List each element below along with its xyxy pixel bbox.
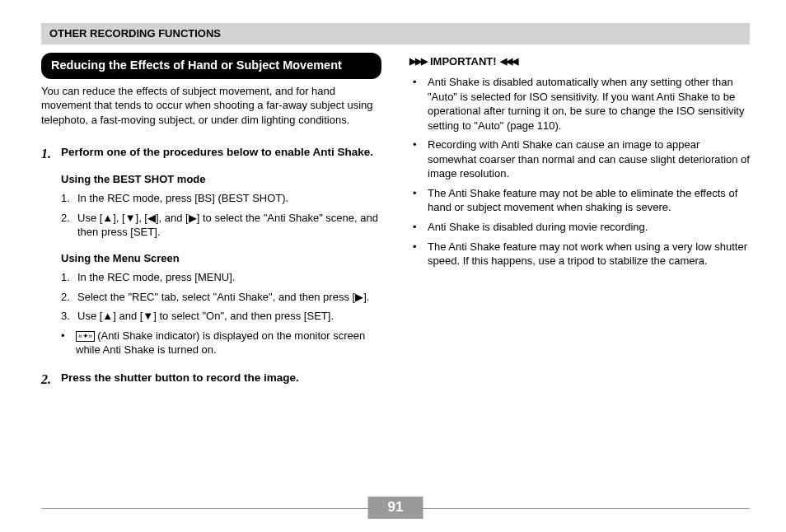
- bullet-icon: •: [413, 138, 421, 181]
- list-number: 2.: [61, 290, 73, 305]
- step-1-heading: Perform one of the procedures below to e…: [61, 145, 381, 160]
- list-item: 2. Use [▲], [▼], [◀], and [▶] to select …: [61, 211, 381, 240]
- important-heading: ▶▶▶ IMPORTANT! ◀◀◀: [409, 54, 750, 69]
- important-item-text: Anti Shake is disabled automatically whe…: [428, 75, 750, 133]
- list-text: In the REC mode, press [BS] (BEST SHOT).: [77, 191, 288, 206]
- best-shot-heading: Using the BEST SHOT mode: [61, 172, 381, 187]
- step-1: 1. Perform one of the procedures below t…: [41, 145, 381, 357]
- step-2: 2. Press the shutter button to record th…: [41, 371, 381, 389]
- page-footer: 91: [41, 508, 750, 509]
- list-item: • Anti Shake is disabled automatically w…: [413, 75, 750, 133]
- indicator-note-text: «✦» (Anti Shake indicator) is displayed …: [76, 329, 381, 357]
- bullet-icon: •: [61, 329, 69, 357]
- list-item: • The Anti Shake feature may not be able…: [413, 186, 750, 215]
- list-number: 2.: [61, 211, 73, 240]
- list-text: Select the "REC" tab, select "Anti Shake…: [77, 290, 369, 305]
- list-number: 1.: [61, 191, 73, 206]
- list-number: 3.: [61, 309, 73, 324]
- list-item: • Anti Shake is disabled during movie re…: [413, 220, 750, 235]
- section-title: Reducing the Effects of Hand or Subject …: [41, 53, 381, 79]
- important-item-text: Recording with Anti Shake can cause an i…: [428, 138, 750, 181]
- step-1-body: Perform one of the procedures below to e…: [61, 145, 381, 357]
- list-item: • The Anti Shake feature may not work wh…: [413, 240, 750, 268]
- bullet-icon: •: [413, 75, 421, 133]
- important-label: IMPORTANT!: [430, 54, 497, 69]
- list-item: • Recording with Anti Shake can cause an…: [413, 138, 750, 181]
- page-number: 91: [368, 497, 423, 519]
- list-item: 1. In the REC mode, press [BS] (BEST SHO…: [61, 191, 381, 206]
- important-list: • Anti Shake is disabled automatically w…: [409, 75, 750, 268]
- left-column: Reducing the Effects of Hand or Subject …: [41, 53, 381, 397]
- bullet-icon: •: [413, 186, 421, 215]
- bullet-icon: •: [413, 220, 421, 235]
- step-2-number: 2.: [41, 371, 54, 389]
- anti-shake-indicator-icon: «✦»: [76, 331, 95, 342]
- indicator-note: • «✦» (Anti Shake indicator) is displaye…: [61, 329, 381, 357]
- arrows-right-icon: ▶▶▶: [409, 55, 427, 68]
- menu-screen-heading: Using the Menu Screen: [61, 251, 381, 266]
- step-2-heading: Press the shutter button to record the i…: [61, 371, 381, 389]
- page: OTHER RECORDING FUNCTIONS Reducing the E…: [0, 0, 786, 397]
- arrows-left-icon: ◀◀◀: [500, 55, 517, 68]
- list-item: 1. In the REC mode, press [MENU].: [61, 270, 381, 285]
- list-item: 2. Select the "REC" tab, select "Anti Sh…: [61, 290, 381, 305]
- list-number: 1.: [61, 270, 73, 285]
- intro-text: You can reduce the effects of subject mo…: [41, 84, 381, 128]
- list-text: Use [▲] and [▼] to select "On", and then…: [77, 309, 334, 324]
- indicator-note-content: (Anti Shake indicator) is displayed on t…: [76, 329, 365, 357]
- right-column: ▶▶▶ IMPORTANT! ◀◀◀ • Anti Shake is disab…: [409, 53, 750, 397]
- step-1-number: 1.: [41, 145, 54, 357]
- list-text: Use [▲], [▼], [◀], and [▶] to select the…: [77, 211, 381, 240]
- list-text: In the REC mode, press [MENU].: [77, 270, 235, 285]
- bullet-icon: •: [413, 240, 421, 268]
- section-header: OTHER RECORDING FUNCTIONS: [41, 23, 750, 44]
- important-item-text: The Anti Shake feature may not be able t…: [428, 186, 750, 215]
- content-columns: Reducing the Effects of Hand or Subject …: [41, 53, 750, 397]
- important-item-text: Anti Shake is disabled during movie reco…: [428, 220, 648, 235]
- important-item-text: The Anti Shake feature may not work when…: [428, 240, 750, 268]
- list-item: 3. Use [▲] and [▼] to select "On", and t…: [61, 309, 381, 324]
